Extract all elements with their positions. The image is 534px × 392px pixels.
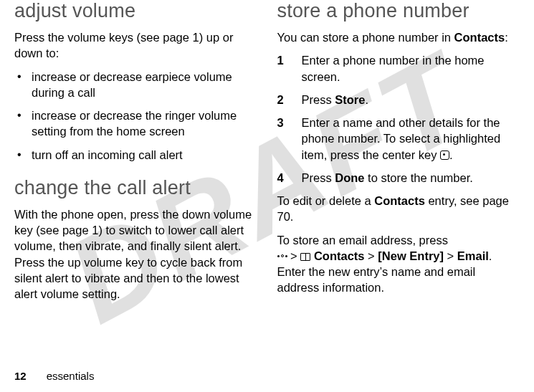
step-number: 4: [277, 170, 284, 186]
list-item: 2 Press Store.: [277, 92, 520, 107]
list-item: turn off an incoming call alert: [14, 147, 257, 163]
new-entry-label: [New Entry]: [378, 249, 444, 262]
text: To store an email address, press: [277, 234, 448, 247]
adjust-volume-list: increase or decrease earpiece volume dur…: [14, 69, 257, 163]
step-text: Enter a phone number in the home screen.: [302, 54, 485, 82]
text: >: [287, 249, 301, 262]
page-number: 12: [14, 370, 27, 382]
text: To edit or delete a: [277, 194, 375, 207]
step-number: 3: [277, 115, 284, 130]
adjust-volume-intro: Press the volume keys (see page 1) up or…: [14, 29, 257, 62]
step-text: Press: [302, 93, 335, 106]
store-label: Store: [335, 93, 365, 106]
page-footer: 12essentials: [14, 370, 94, 382]
list-item: increase or decrease the ringer volume s…: [14, 107, 257, 140]
store-intro: You can store a phone number in Contacts…: [277, 29, 520, 45]
store-steps: 1 Enter a phone number in the home scree…: [277, 52, 520, 186]
step-number: 2: [277, 92, 284, 107]
heading-store-phone-number: store a phone number: [277, 0, 520, 22]
done-label: Done: [335, 171, 364, 184]
text: >: [365, 249, 378, 262]
contacts-label: Contacts: [454, 31, 505, 44]
heading-change-call-alert: change the call alert: [14, 177, 257, 199]
text: to store the number.: [365, 171, 473, 184]
edit-delete-note: To edit or delete a Contacts entry, see …: [277, 193, 520, 225]
text: .: [449, 148, 453, 161]
section-name: essentials: [47, 370, 95, 382]
text: .: [365, 93, 368, 106]
list-item: 3 Enter a name and other details for the…: [277, 115, 520, 163]
list-item: 4 Press Done to store the number.: [277, 170, 520, 186]
right-column: store a phone number You can store a pho…: [277, 0, 520, 309]
heading-adjust-volume: adjust volume: [14, 0, 257, 22]
text: You can store a phone number in: [277, 31, 454, 44]
contacts-label: Contacts: [374, 194, 425, 207]
text: :: [505, 31, 508, 44]
page-content: adjust volume Press the volume keys (see…: [0, 0, 534, 309]
left-column: adjust volume Press the volume keys (see…: [14, 0, 257, 309]
store-email-note: To store an email address, press > Conta…: [277, 232, 520, 296]
center-key-icon: [440, 150, 449, 160]
email-label: Email: [457, 249, 489, 262]
menu-key-icon: [277, 252, 287, 261]
list-item: 1 Enter a phone number in the home scree…: [277, 52, 520, 85]
contacts-icon: [300, 253, 310, 261]
list-item: increase or decrease earpiece volume dur…: [14, 69, 257, 101]
step-number: 1: [277, 52, 284, 68]
change-call-alert-body: With the phone open, press the down volu…: [14, 206, 257, 302]
step-text: Press: [302, 171, 335, 184]
text: >: [444, 249, 457, 262]
contacts-label: Contacts: [314, 249, 365, 262]
step-text: Enter a name and other details for the p…: [302, 116, 501, 161]
